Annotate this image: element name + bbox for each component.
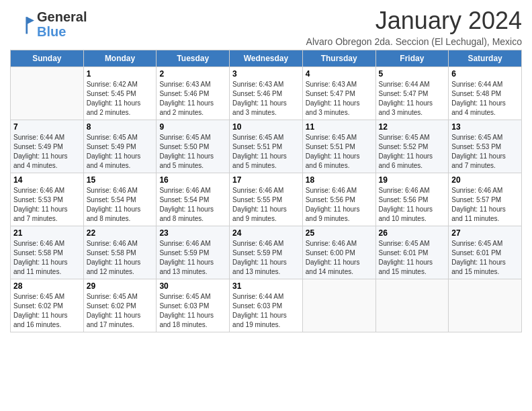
month-title: January 2024 — [306, 7, 522, 35]
day-header-saturday: Saturday — [449, 50, 522, 67]
day-info: Sunrise: 6:45 AMSunset: 6:03 PMDaylight:… — [159, 292, 226, 330]
day-info: Sunrise: 6:43 AMSunset: 5:46 PMDaylight:… — [232, 80, 300, 118]
day-info: Sunrise: 6:45 AMSunset: 6:01 PMDaylight:… — [451, 239, 519, 277]
day-header-sunday: Sunday — [11, 50, 84, 67]
location-title: Alvaro Obregon 2da. Seccion (El Lechugal… — [306, 36, 522, 47]
calendar-cell: 5Sunrise: 6:44 AMSunset: 5:47 PMDaylight… — [375, 67, 449, 120]
day-header-tuesday: Tuesday — [157, 50, 230, 67]
day-info: Sunrise: 6:43 AMSunset: 5:47 PMDaylight:… — [306, 80, 373, 118]
day-info: Sunrise: 6:45 AMSunset: 5:49 PMDaylight:… — [87, 133, 154, 171]
day-info: Sunrise: 6:46 AMSunset: 5:54 PMDaylight:… — [87, 186, 154, 224]
calendar-cell: 23Sunrise: 6:46 AMSunset: 5:59 PMDayligh… — [157, 226, 230, 279]
calendar-cell: 22Sunrise: 6:46 AMSunset: 5:58 PMDayligh… — [83, 226, 157, 279]
day-number: 4 — [306, 69, 373, 79]
day-info: Sunrise: 6:46 AMSunset: 5:59 PMDaylight:… — [159, 239, 226, 277]
calendar-cell — [11, 67, 84, 120]
calendar-cell: 10Sunrise: 6:45 AMSunset: 5:51 PMDayligh… — [230, 120, 303, 173]
calendar-cell: 8Sunrise: 6:45 AMSunset: 5:49 PMDaylight… — [83, 120, 157, 173]
logo: General Blue — [10, 9, 87, 39]
day-number: 24 — [232, 228, 300, 238]
day-number: 23 — [159, 228, 226, 238]
day-header-monday: Monday — [83, 50, 157, 67]
calendar-cell — [375, 279, 449, 332]
day-number: 30 — [159, 281, 226, 291]
calendar-week-row: 14Sunrise: 6:46 AMSunset: 5:53 PMDayligh… — [11, 173, 522, 226]
calendar-cell: 26Sunrise: 6:45 AMSunset: 6:01 PMDayligh… — [375, 226, 449, 279]
day-info: Sunrise: 6:45 AMSunset: 5:52 PMDaylight:… — [379, 133, 446, 171]
calendar-week-row: 28Sunrise: 6:45 AMSunset: 6:02 PMDayligh… — [11, 279, 522, 332]
day-info: Sunrise: 6:46 AMSunset: 5:57 PMDaylight:… — [451, 186, 519, 224]
calendar-cell: 7Sunrise: 6:44 AMSunset: 5:49 PMDaylight… — [11, 120, 84, 173]
day-number: 18 — [306, 175, 373, 185]
calendar-cell: 29Sunrise: 6:45 AMSunset: 6:02 PMDayligh… — [83, 279, 157, 332]
day-number: 5 — [379, 69, 446, 79]
day-info: Sunrise: 6:44 AMSunset: 6:03 PMDaylight:… — [232, 292, 300, 330]
day-number: 10 — [232, 122, 300, 132]
calendar-cell: 27Sunrise: 6:45 AMSunset: 6:01 PMDayligh… — [449, 226, 522, 279]
day-number: 31 — [232, 281, 300, 291]
day-number: 9 — [159, 122, 226, 132]
day-number: 3 — [232, 69, 300, 79]
day-info: Sunrise: 6:46 AMSunset: 5:56 PMDaylight:… — [306, 186, 373, 224]
day-number: 14 — [13, 175, 81, 185]
day-info: Sunrise: 6:46 AMSunset: 5:55 PMDaylight:… — [232, 186, 300, 224]
day-info: Sunrise: 6:46 AMSunset: 5:58 PMDaylight:… — [87, 239, 154, 277]
calendar-cell: 13Sunrise: 6:45 AMSunset: 5:53 PMDayligh… — [449, 120, 522, 173]
day-info: Sunrise: 6:46 AMSunset: 5:56 PMDaylight:… — [379, 186, 446, 224]
calendar-cell: 30Sunrise: 6:45 AMSunset: 6:03 PMDayligh… — [157, 279, 230, 332]
logo-icon — [10, 12, 34, 36]
calendar-cell: 28Sunrise: 6:45 AMSunset: 6:02 PMDayligh… — [11, 279, 84, 332]
day-info: Sunrise: 6:45 AMSunset: 5:53 PMDaylight:… — [451, 133, 519, 171]
day-number: 7 — [13, 122, 81, 132]
day-info: Sunrise: 6:45 AMSunset: 5:51 PMDaylight:… — [306, 133, 373, 171]
calendar-cell: 15Sunrise: 6:46 AMSunset: 5:54 PMDayligh… — [83, 173, 157, 226]
day-number: 25 — [306, 228, 373, 238]
calendar-cell: 14Sunrise: 6:46 AMSunset: 5:53 PMDayligh… — [11, 173, 84, 226]
calendar-week-row: 7Sunrise: 6:44 AMSunset: 5:49 PMDaylight… — [11, 120, 522, 173]
day-header-wednesday: Wednesday — [230, 50, 303, 67]
calendar-cell: 6Sunrise: 6:44 AMSunset: 5:48 PMDaylight… — [449, 67, 522, 120]
calendar-cell: 20Sunrise: 6:46 AMSunset: 5:57 PMDayligh… — [449, 173, 522, 226]
day-info: Sunrise: 6:46 AMSunset: 5:58 PMDaylight:… — [13, 239, 81, 277]
day-info: Sunrise: 6:46 AMSunset: 5:53 PMDaylight:… — [13, 186, 81, 224]
calendar-cell: 24Sunrise: 6:46 AMSunset: 5:59 PMDayligh… — [230, 226, 303, 279]
day-number: 17 — [232, 175, 300, 185]
svg-rect-2 — [26, 17, 28, 34]
day-number: 6 — [451, 69, 519, 79]
page-header: General Blue January 2024 Alvaro Obregon… — [10, 7, 522, 47]
day-info: Sunrise: 6:44 AMSunset: 5:47 PMDaylight:… — [379, 80, 446, 118]
calendar-cell: 16Sunrise: 6:46 AMSunset: 5:54 PMDayligh… — [157, 173, 230, 226]
calendar-header-row: SundayMondayTuesdayWednesdayThursdayFrid… — [11, 50, 522, 67]
logo-blue: Blue — [37, 24, 66, 39]
title-block: January 2024 Alvaro Obregon 2da. Seccion… — [306, 7, 522, 47]
day-number: 2 — [159, 69, 226, 79]
calendar-week-row: 21Sunrise: 6:46 AMSunset: 5:58 PMDayligh… — [11, 226, 522, 279]
day-number: 26 — [379, 228, 446, 238]
calendar-table: SundayMondayTuesdayWednesdayThursdayFrid… — [10, 50, 522, 332]
calendar-cell: 12Sunrise: 6:45 AMSunset: 5:52 PMDayligh… — [375, 120, 449, 173]
day-number: 16 — [159, 175, 226, 185]
calendar-cell: 21Sunrise: 6:46 AMSunset: 5:58 PMDayligh… — [11, 226, 84, 279]
day-info: Sunrise: 6:45 AMSunset: 6:01 PMDaylight:… — [379, 239, 446, 277]
calendar-cell: 19Sunrise: 6:46 AMSunset: 5:56 PMDayligh… — [375, 173, 449, 226]
day-number: 20 — [451, 175, 519, 185]
calendar-cell: 4Sunrise: 6:43 AMSunset: 5:47 PMDaylight… — [302, 67, 375, 120]
logo-general: General — [37, 9, 87, 24]
calendar-cell: 11Sunrise: 6:45 AMSunset: 5:51 PMDayligh… — [302, 120, 375, 173]
calendar-cell: 2Sunrise: 6:43 AMSunset: 5:46 PMDaylight… — [157, 67, 230, 120]
calendar-cell: 3Sunrise: 6:43 AMSunset: 5:46 PMDaylight… — [230, 67, 303, 120]
day-info: Sunrise: 6:42 AMSunset: 5:45 PMDaylight:… — [87, 80, 154, 118]
calendar-cell — [302, 279, 375, 332]
day-number: 29 — [87, 281, 154, 291]
day-number: 22 — [87, 228, 154, 238]
logo-text: General Blue — [37, 9, 87, 39]
day-info: Sunrise: 6:44 AMSunset: 5:49 PMDaylight:… — [13, 133, 81, 171]
day-number: 12 — [379, 122, 446, 132]
day-info: Sunrise: 6:45 AMSunset: 5:51 PMDaylight:… — [232, 133, 300, 171]
day-header-friday: Friday — [375, 50, 449, 67]
day-number: 21 — [13, 228, 81, 238]
calendar-cell: 25Sunrise: 6:46 AMSunset: 6:00 PMDayligh… — [302, 226, 375, 279]
day-number: 8 — [87, 122, 154, 132]
calendar-cell: 18Sunrise: 6:46 AMSunset: 5:56 PMDayligh… — [302, 173, 375, 226]
day-header-thursday: Thursday — [302, 50, 375, 67]
